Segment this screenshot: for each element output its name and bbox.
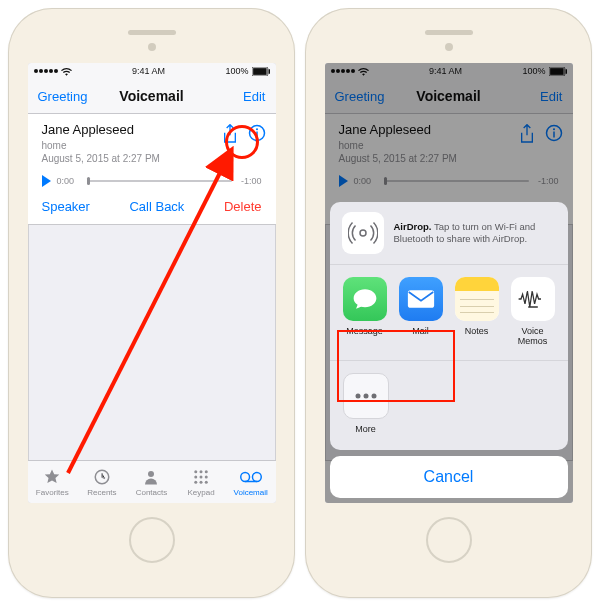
share-button[interactable] (222, 124, 238, 144)
status-time: 9:41 AM (72, 66, 226, 76)
tab-label: Contacts (136, 488, 168, 497)
tab-label: Favorites (36, 488, 69, 497)
home-button[interactable] (129, 517, 175, 563)
svg-point-14 (194, 480, 197, 483)
svg-point-7 (148, 471, 154, 477)
tab-label: Voicemail (234, 488, 268, 497)
voicemail-label: home (42, 139, 222, 152)
tab-recents[interactable]: Recents (77, 461, 127, 503)
screen-left: 9:41 AM 100% Greeting Voicemail Edit Jan… (28, 63, 276, 503)
iphone-right: 9:41 AM 100% Greeting Voicemail Edit Jan… (305, 8, 592, 598)
battery-icon (252, 67, 270, 76)
share-icon (222, 124, 238, 144)
phone-speaker-grill (128, 30, 176, 35)
callback-button[interactable]: Call Back (129, 199, 184, 214)
svg-point-8 (194, 470, 197, 473)
info-button[interactable] (248, 124, 266, 142)
voicemail-card: Jane Appleseed home August 5, 2015 at 2:… (28, 114, 276, 225)
svg-point-13 (205, 475, 208, 478)
share-app-notes[interactable]: Notes (452, 277, 502, 346)
annotation-box (337, 330, 455, 402)
svg-point-16 (205, 480, 208, 483)
airdrop-row[interactable]: AirDrop. Tap to turn on Wi-Fi and Blueto… (330, 202, 568, 265)
voicemail-caller-name: Jane Appleseed (42, 122, 222, 137)
wifi-icon (61, 67, 72, 76)
status-bar: 9:41 AM 100% (28, 63, 276, 79)
contact-icon (142, 468, 160, 486)
remaining-time: -1:00 (238, 176, 262, 186)
svg-point-12 (200, 475, 203, 478)
nav-bar: Greeting Voicemail Edit (28, 79, 276, 114)
playback-scrubber[interactable] (87, 180, 232, 182)
airdrop-text: AirDrop. Tap to turn on Wi-Fi and Blueto… (394, 221, 556, 245)
app-label: Voice Memos (508, 326, 558, 346)
share-panel: AirDrop. Tap to turn on Wi-Fi and Blueto… (330, 202, 568, 450)
signal-dots-icon (34, 69, 58, 73)
airdrop-icon (348, 218, 378, 248)
play-button[interactable] (42, 175, 51, 187)
tab-bar: Favorites Recents Contacts Keypad Voicem… (28, 460, 276, 503)
message-icon (352, 287, 378, 311)
speaker-button[interactable]: Speaker (42, 199, 90, 214)
share-app-voicememos[interactable]: Voice Memos (508, 277, 558, 346)
svg-point-41 (360, 230, 366, 236)
svg-rect-5 (256, 132, 258, 138)
phone-speaker-grill (425, 30, 473, 35)
tab-voicemail[interactable]: Voicemail (226, 461, 276, 503)
svg-point-18 (252, 472, 261, 481)
tab-contacts[interactable]: Contacts (127, 461, 177, 503)
clock-icon (93, 468, 111, 486)
tab-favorites[interactable]: Favorites (28, 461, 78, 503)
star-icon (43, 468, 61, 486)
tab-label: Keypad (188, 488, 215, 497)
svg-rect-1 (253, 68, 267, 75)
action-label: More (355, 424, 376, 434)
screen-right: 9:41 AM 100% Greeting Voicemail Edit Jan… (325, 63, 573, 503)
elapsed-time: 0:00 (57, 176, 81, 186)
voicemail-player: 0:00 -1:00 (28, 169, 276, 193)
phone-front-camera (445, 43, 453, 51)
nav-edit-button[interactable]: Edit (215, 89, 265, 104)
info-icon (248, 124, 266, 142)
svg-point-17 (240, 472, 249, 481)
svg-point-15 (200, 480, 203, 483)
app-label: Notes (465, 326, 489, 336)
airdrop-tile (342, 212, 384, 254)
battery-pct: 100% (225, 66, 248, 76)
voicemail-icon (240, 468, 262, 486)
nav-greeting-button[interactable]: Greeting (38, 89, 88, 104)
svg-point-9 (200, 470, 203, 473)
svg-rect-42 (407, 290, 433, 308)
nav-title: Voicemail (119, 88, 183, 104)
voicememos-icon (517, 287, 549, 311)
iphone-left: 9:41 AM 100% Greeting Voicemail Edit Jan… (8, 8, 295, 598)
voicemail-date: August 5, 2015 at 2:27 PM (42, 152, 222, 165)
keypad-icon (192, 468, 210, 486)
svg-point-10 (205, 470, 208, 473)
svg-rect-2 (268, 69, 270, 74)
phone-front-camera (148, 43, 156, 51)
mail-icon (407, 289, 435, 309)
tab-keypad[interactable]: Keypad (176, 461, 226, 503)
tab-label: Recents (87, 488, 116, 497)
home-button[interactable] (426, 517, 472, 563)
svg-point-11 (194, 475, 197, 478)
svg-point-4 (255, 128, 257, 130)
delete-button[interactable]: Delete (224, 199, 262, 214)
share-cancel-button[interactable]: Cancel (330, 456, 568, 498)
